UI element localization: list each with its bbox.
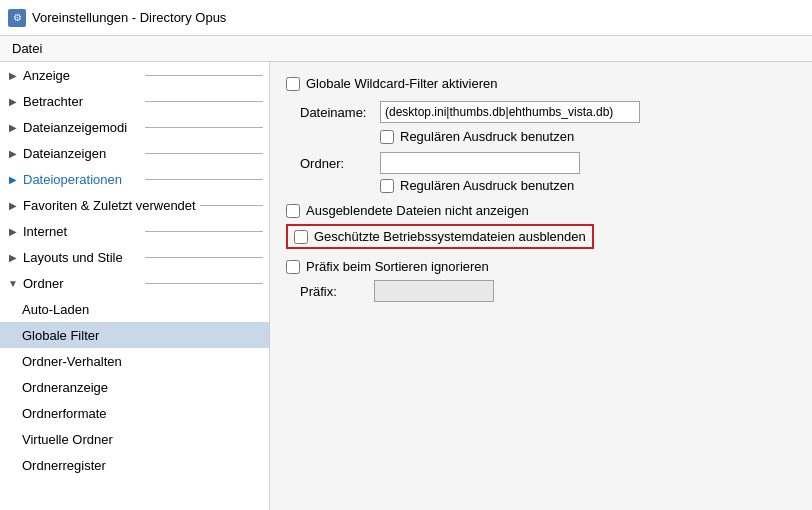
expand-icon: ▼ (6, 276, 20, 290)
expand-icon: ▶ (6, 94, 20, 108)
sidebar-label-virtuelle-ordner: Virtuelle Ordner (22, 432, 263, 447)
prefix-label: Präfix: (300, 284, 374, 299)
sidebar-item-virtuelle-ordner[interactable]: Virtuelle Ordner (0, 426, 269, 452)
sidebar-item-dateianzeigemodi[interactable]: ▶ Dateianzeigemodi (0, 114, 269, 140)
expand-icon: ▶ (6, 146, 20, 160)
sidebar-label-ordnerformate: Ordnerformate (22, 406, 263, 421)
filename-input[interactable] (380, 101, 640, 123)
system-files-label: Geschützte Betriebssystemdateien ausblen… (314, 229, 586, 244)
folder-row: Ordner: (300, 152, 796, 174)
menu-datei[interactable]: Datei (4, 37, 50, 60)
separator (145, 231, 263, 232)
expand-icon: ▶ (6, 198, 20, 212)
global-wildcard-row: Globale Wildcard-Filter aktivieren (286, 76, 796, 91)
hidden-files-label: Ausgeblendete Dateien nicht anzeigen (306, 203, 529, 218)
sidebar-label-layouts: Layouts und Stile (23, 250, 141, 265)
hidden-files-row: Ausgeblendete Dateien nicht anzeigen (286, 203, 796, 218)
separator (145, 179, 263, 180)
folder-regex-row: Regulären Ausdruck benutzen (380, 178, 796, 193)
system-files-checkbox[interactable] (294, 230, 308, 244)
main-layout: ▶ Anzeige ▶ Betrachter ▶ Dateianzeigemod… (0, 62, 812, 510)
sidebar-item-ordnerformate[interactable]: Ordnerformate (0, 400, 269, 426)
folder-label: Ordner: (300, 156, 380, 171)
global-wildcard-label: Globale Wildcard-Filter aktivieren (306, 76, 497, 91)
hidden-files-checkbox[interactable] (286, 204, 300, 218)
sidebar-label-dateianzeigen: Dateianzeigen (23, 146, 141, 161)
sidebar-label-ordner-verhalten: Ordner-Verhalten (22, 354, 263, 369)
sidebar-label-ordnerregister: Ordnerregister (22, 458, 263, 473)
filename-regex-checkbox[interactable] (380, 130, 394, 144)
separator (145, 101, 263, 102)
filename-regex-row: Regulären Ausdruck benutzen (380, 129, 796, 144)
filename-regex-label: Regulären Ausdruck benutzen (400, 129, 574, 144)
separator (200, 205, 263, 206)
sidebar-label-dateianzeigemodi: Dateianzeigemodi (23, 120, 141, 135)
sidebar-label-internet: Internet (23, 224, 141, 239)
system-files-row: Geschützte Betriebssystemdateien ausblen… (286, 224, 594, 249)
sidebar-label-betrachter: Betrachter (23, 94, 141, 109)
sidebar-item-dateianzeigen[interactable]: ▶ Dateianzeigen (0, 140, 269, 166)
sidebar-label-ordneranzeige: Ordneranzeige (22, 380, 263, 395)
sidebar-label-anzeige: Anzeige (23, 68, 141, 83)
title-bar: ⚙ Voreinstellungen - Directory Opus (0, 0, 812, 36)
sidebar-item-internet[interactable]: ▶ Internet (0, 218, 269, 244)
prefix-row: Präfix: (300, 280, 796, 302)
sidebar-item-anzeige[interactable]: ▶ Anzeige (0, 62, 269, 88)
sidebar-label-globale-filter: Globale Filter (22, 328, 263, 343)
sidebar-item-betrachter[interactable]: ▶ Betrachter (0, 88, 269, 114)
prefix-sort-label: Präfix beim Sortieren ignorieren (306, 259, 489, 274)
sidebar-item-dateioperationen[interactable]: ▶ Dateioperationen (0, 166, 269, 192)
folder-input[interactable] (380, 152, 580, 174)
folder-regex-label: Regulären Ausdruck benutzen (400, 178, 574, 193)
sidebar-item-ordner-verhalten[interactable]: Ordner-Verhalten (0, 348, 269, 374)
filename-label: Dateiname: (300, 105, 380, 120)
sidebar-item-favoriten[interactable]: ▶ Favoriten & Zuletzt verwendet (0, 192, 269, 218)
sidebar-label-auto-laden: Auto-Laden (22, 302, 263, 317)
sidebar-item-layouts[interactable]: ▶ Layouts und Stile (0, 244, 269, 270)
expand-icon: ▶ (6, 68, 20, 82)
app-icon: ⚙ (8, 9, 26, 27)
content-area: Globale Wildcard-Filter aktivieren Datei… (270, 62, 812, 510)
sidebar-item-auto-laden[interactable]: Auto-Laden (0, 296, 269, 322)
separator (145, 257, 263, 258)
prefix-input[interactable] (374, 280, 494, 302)
sidebar-item-ordner[interactable]: ▼ Ordner (0, 270, 269, 296)
separator (145, 283, 263, 284)
sidebar-label-dateioperationen: Dateioperationen (23, 172, 141, 187)
sidebar-label-favoriten: Favoriten & Zuletzt verwendet (23, 198, 196, 213)
expand-icon: ▶ (6, 224, 20, 238)
sidebar: ▶ Anzeige ▶ Betrachter ▶ Dateianzeigemod… (0, 62, 270, 510)
global-wildcard-checkbox[interactable] (286, 77, 300, 91)
separator (145, 75, 263, 76)
separator (145, 153, 263, 154)
menu-bar: Datei (0, 36, 812, 62)
sidebar-item-ordnerregister[interactable]: Ordnerregister (0, 452, 269, 478)
title-bar-text: Voreinstellungen - Directory Opus (32, 10, 226, 25)
filename-row: Dateiname: (300, 101, 796, 123)
folder-regex-checkbox[interactable] (380, 179, 394, 193)
expand-icon: ▶ (6, 172, 20, 186)
expand-icon: ▶ (6, 250, 20, 264)
prefix-sort-checkbox[interactable] (286, 260, 300, 274)
prefix-sort-row: Präfix beim Sortieren ignorieren (286, 259, 796, 274)
separator (145, 127, 263, 128)
expand-icon: ▶ (6, 120, 20, 134)
sidebar-item-globale-filter[interactable]: Globale Filter (0, 322, 269, 348)
sidebar-label-ordner: Ordner (23, 276, 141, 291)
sidebar-item-ordneranzeige[interactable]: Ordneranzeige (0, 374, 269, 400)
